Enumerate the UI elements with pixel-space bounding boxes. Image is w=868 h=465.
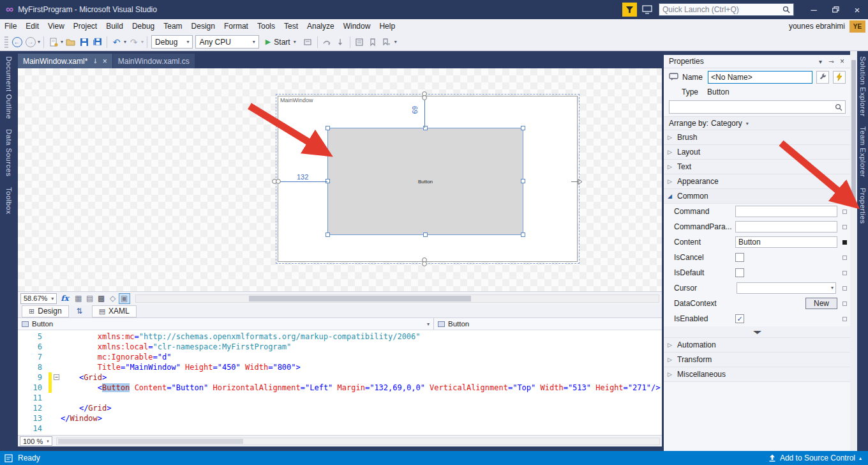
menu-item-analyze[interactable]: Analyze	[303, 19, 339, 33]
snaplines-button[interactable]: ▩	[96, 293, 107, 304]
property-checkbox-iscancel[interactable]	[735, 253, 744, 262]
bookmark-button[interactable]	[366, 35, 380, 49]
snap-to-gridlines-button[interactable]: ▤	[84, 293, 96, 304]
menu-item-design[interactable]: Design	[187, 19, 220, 33]
property-checkbox-isenabled[interactable]: ✓	[735, 314, 744, 323]
property-search-input[interactable]	[669, 100, 846, 114]
breadcrumb-right-pane[interactable]: Button	[434, 318, 662, 330]
scrollbar-thumb[interactable]	[249, 296, 471, 301]
menu-item-format[interactable]: Format	[220, 19, 253, 33]
signed-in-user[interactable]: younes ebrahimi	[789, 22, 845, 31]
expand-more-button[interactable]: ▾	[664, 326, 851, 338]
wrench-button[interactable]	[816, 71, 829, 84]
fold-collapse-icon[interactable]: −	[54, 374, 59, 380]
design-surface[interactable]: MainWindow Button 69 132	[18, 68, 662, 291]
designed-button[interactable]: Button	[327, 128, 523, 235]
close-icon[interactable]: ×	[837, 57, 848, 66]
resize-handle[interactable]	[423, 126, 428, 130]
property-marker[interactable]	[842, 255, 847, 260]
property-checkbox-isdefault[interactable]	[735, 268, 744, 277]
resize-handle[interactable]	[326, 126, 330, 130]
snap-to-snaplines-button[interactable]: ◇	[107, 293, 119, 304]
menu-item-window[interactable]: Window	[339, 19, 375, 33]
property-marker[interactable]	[842, 210, 847, 214]
document-tab-mainwindow-xaml[interactable]: MainWindow.xaml*⊸×	[18, 54, 112, 68]
property-combobox-cursor[interactable]: ▾	[737, 282, 836, 294]
section-text[interactable]: ▷Text	[664, 160, 851, 174]
navigate-forward-button[interactable]: →	[24, 35, 37, 49]
breadcrumb-left-pane[interactable]: Button ▾	[18, 318, 434, 330]
resize-handle[interactable]	[521, 232, 525, 237]
menu-item-debug[interactable]: Debug	[128, 19, 159, 33]
open-file-button[interactable]	[64, 35, 77, 49]
section-miscellaneous[interactable]: ▷Miscellaneous	[664, 367, 851, 382]
side-tab-solution-explorer[interactable]: Solution Explorer	[859, 56, 867, 116]
breadcrumb-left-item[interactable]: Button	[32, 320, 53, 328]
new-file-button[interactable]	[47, 35, 60, 49]
section-layout[interactable]: ▷Layout	[664, 145, 851, 160]
toolbar-overflow-button[interactable]: ▾	[394, 39, 397, 45]
section-common[interactable]: ◢Common	[664, 189, 851, 204]
property-marker[interactable]	[842, 317, 847, 321]
menu-item-project[interactable]: Project	[69, 19, 101, 33]
step-over-button[interactable]	[320, 35, 334, 49]
notifications-flag-button[interactable]	[622, 3, 637, 17]
section-appearance[interactable]: ▷Appearance	[664, 174, 851, 189]
menu-item-edit[interactable]: Edit	[21, 19, 43, 33]
property-marker[interactable]	[842, 286, 847, 291]
anchor-left-icon[interactable]	[271, 177, 281, 187]
effects-fx-button[interactable]: fx	[61, 294, 68, 303]
new-button[interactable]: New	[805, 298, 837, 309]
toolbar-grip[interactable]	[4, 36, 8, 48]
menu-item-build[interactable]: Build	[101, 19, 128, 33]
swap-panes-button[interactable]: ⇅	[77, 307, 83, 316]
design-tab[interactable]: ⊞ Design	[22, 305, 69, 317]
breadcrumb-right-item[interactable]: Button	[448, 320, 469, 328]
quick-launch-input[interactable]: Quick Launch (Ctrl+Q)	[659, 3, 794, 16]
section-automation[interactable]: ▷Automation	[664, 338, 851, 353]
chevron-down-icon[interactable]: ▾	[61, 39, 63, 45]
add-to-source-control-button[interactable]: Add to Source Control ▴	[768, 454, 862, 462]
solution-platforms-select[interactable]: Any CPU▾	[195, 35, 258, 49]
designer-horizontal-scrollbar[interactable]	[135, 294, 659, 303]
property-marker[interactable]	[842, 271, 847, 275]
send-feedback-icon[interactable]	[642, 5, 652, 14]
side-tab-properties[interactable]: Properties	[859, 188, 867, 224]
menu-item-help[interactable]: Help	[375, 19, 400, 33]
start-debugging-button[interactable]: ▶ Start ▾	[262, 35, 300, 49]
step-into-button[interactable]	[334, 35, 347, 49]
xaml-code-editor[interactable]: 5 xmlns:mc="http://schemas.openxmlformat…	[18, 330, 662, 435]
side-tab-team-explorer[interactable]: Team Explorer	[859, 126, 867, 177]
property-textbox-commandpara[interactable]	[735, 221, 837, 232]
section-transform[interactable]: ▷Transform	[664, 353, 851, 367]
undo-button[interactable]: ↶	[110, 35, 123, 49]
chevron-down-icon[interactable]: ▾	[124, 39, 126, 45]
restore-button[interactable]	[825, 0, 846, 19]
resize-handle[interactable]	[326, 232, 330, 237]
side-tab-data-sources[interactable]: Data Sources	[5, 129, 13, 176]
bookmark-next-button[interactable]	[380, 35, 393, 49]
chevron-down-icon[interactable]: ▾	[38, 39, 40, 45]
name-input[interactable]: <No Name>	[708, 71, 812, 84]
designer-zoom-select[interactable]: 58.67% ▾	[20, 293, 57, 304]
chevron-down-icon[interactable]: ▾	[141, 39, 144, 45]
events-button[interactable]	[833, 71, 846, 84]
properties-scrollbar[interactable]	[850, 51, 857, 451]
anchor-bottom-icon[interactable]	[420, 257, 430, 267]
scrollbar-thumb[interactable]	[58, 439, 243, 444]
solution-configurations-select[interactable]: Debug▾	[151, 35, 193, 49]
close-icon[interactable]: ×	[103, 57, 107, 66]
xaml-tab[interactable]: ▤ XAML	[92, 305, 137, 317]
resize-handle[interactable]	[423, 232, 428, 237]
editor-zoom-select[interactable]: 100 % ▾	[20, 436, 52, 446]
property-marker[interactable]	[842, 301, 847, 306]
property-marker[interactable]	[842, 240, 847, 245]
pin-icon[interactable]: ⊸	[92, 58, 99, 63]
document-tab-mainwindow-xaml-cs[interactable]: MainWindow.xaml.cs	[113, 54, 195, 68]
menu-item-file[interactable]: File	[0, 19, 21, 33]
anchor-right-icon[interactable]	[571, 178, 583, 186]
chevron-up-icon[interactable]: ▴	[859, 455, 862, 461]
property-marker[interactable]	[842, 225, 847, 229]
disable-project-code-button[interactable]: ▣	[119, 293, 130, 304]
arrange-by-select[interactable]: Arrange by: Category ▾	[664, 116, 851, 130]
